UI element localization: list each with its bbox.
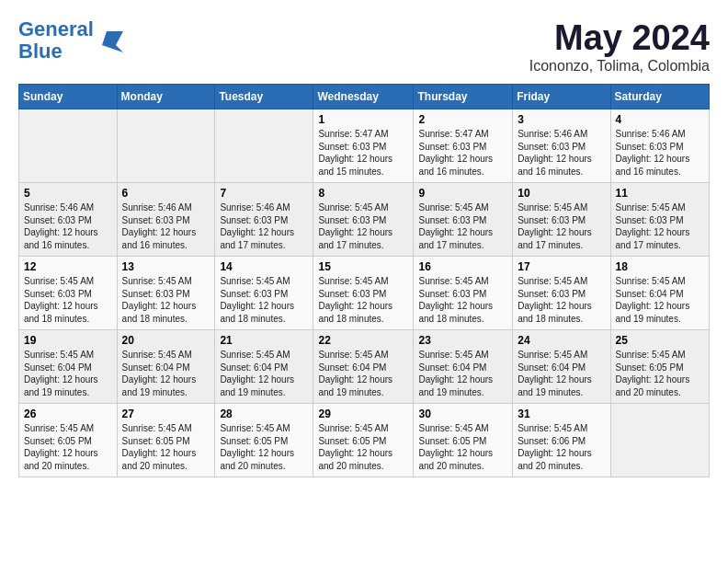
- day-info: Sunrise: 5:45 AM Sunset: 6:03 PM Dayligh…: [616, 201, 704, 251]
- calendar-cell: 5Sunrise: 5:46 AM Sunset: 6:03 PM Daylig…: [19, 183, 118, 257]
- day-number: 29: [318, 408, 408, 420]
- day-number: 11: [616, 187, 704, 200]
- day-number: 18: [616, 260, 704, 273]
- day-number: 3: [518, 113, 605, 126]
- calendar-cell: 22Sunrise: 5:45 AM Sunset: 6:04 PM Dayli…: [313, 330, 414, 404]
- day-info: Sunrise: 5:45 AM Sunset: 6:04 PM Dayligh…: [24, 349, 112, 398]
- calendar-cell: [19, 109, 118, 183]
- day-info: Sunrise: 5:45 AM Sunset: 6:04 PM Dayligh…: [122, 349, 210, 398]
- calendar-cell: 18Sunrise: 5:45 AM Sunset: 6:04 PM Dayli…: [610, 257, 709, 330]
- day-info: Sunrise: 5:45 AM Sunset: 6:05 PM Dayligh…: [418, 422, 507, 472]
- day-number: 19: [24, 334, 112, 347]
- day-info: Sunrise: 5:47 AM Sunset: 6:03 PM Dayligh…: [418, 128, 507, 178]
- day-info: Sunrise: 5:45 AM Sunset: 6:03 PM Dayligh…: [24, 275, 112, 325]
- day-number: 30: [418, 408, 507, 420]
- month-title: May 2024: [529, 18, 710, 58]
- col-header-sunday: Sunday: [19, 85, 118, 109]
- calendar-cell: 27Sunrise: 5:45 AM Sunset: 6:05 PM Dayli…: [117, 404, 215, 477]
- day-info: Sunrise: 5:45 AM Sunset: 6:04 PM Dayligh…: [318, 349, 408, 398]
- day-number: 22: [318, 334, 408, 347]
- calendar-cell: 6Sunrise: 5:46 AM Sunset: 6:03 PM Daylig…: [117, 183, 215, 257]
- calendar-cell: 9Sunrise: 5:45 AM Sunset: 6:03 PM Daylig…: [414, 183, 513, 257]
- day-info: Sunrise: 5:47 AM Sunset: 6:03 PM Dayligh…: [318, 128, 408, 178]
- day-number: 25: [616, 334, 704, 347]
- day-number: 27: [122, 408, 210, 420]
- day-info: Sunrise: 5:45 AM Sunset: 6:05 PM Dayligh…: [220, 422, 308, 472]
- day-info: Sunrise: 5:45 AM Sunset: 6:03 PM Dayligh…: [220, 275, 308, 325]
- day-info: Sunrise: 5:45 AM Sunset: 6:05 PM Dayligh…: [318, 422, 408, 472]
- day-info: Sunrise: 5:45 AM Sunset: 6:04 PM Dayligh…: [616, 275, 704, 325]
- day-info: Sunrise: 5:45 AM Sunset: 6:05 PM Dayligh…: [122, 422, 210, 472]
- day-number: 2: [418, 113, 507, 126]
- day-number: 16: [418, 260, 507, 273]
- calendar-cell: 8Sunrise: 5:45 AM Sunset: 6:03 PM Daylig…: [313, 183, 414, 257]
- day-info: Sunrise: 5:45 AM Sunset: 6:04 PM Dayligh…: [418, 349, 507, 398]
- calendar-cell: 26Sunrise: 5:45 AM Sunset: 6:05 PM Dayli…: [19, 404, 118, 477]
- day-info: Sunrise: 5:45 AM Sunset: 6:03 PM Dayligh…: [418, 201, 507, 251]
- col-header-thursday: Thursday: [414, 85, 513, 109]
- calendar-cell: [215, 109, 313, 183]
- day-info: Sunrise: 5:46 AM Sunset: 6:03 PM Dayligh…: [24, 201, 112, 251]
- calendar-cell: 13Sunrise: 5:45 AM Sunset: 6:03 PM Dayli…: [117, 257, 215, 330]
- day-info: Sunrise: 5:45 AM Sunset: 6:05 PM Dayligh…: [24, 422, 112, 472]
- day-info: Sunrise: 5:46 AM Sunset: 6:03 PM Dayligh…: [518, 128, 605, 178]
- calendar-cell: 31Sunrise: 5:45 AM Sunset: 6:06 PM Dayli…: [513, 404, 610, 477]
- col-header-tuesday: Tuesday: [215, 85, 313, 109]
- day-number: 10: [518, 187, 605, 200]
- col-header-saturday: Saturday: [610, 85, 709, 109]
- calendar-cell: 10Sunrise: 5:45 AM Sunset: 6:03 PM Dayli…: [513, 183, 610, 257]
- calendar-cell: 29Sunrise: 5:45 AM Sunset: 6:05 PM Dayli…: [313, 404, 414, 477]
- calendar-cell: 25Sunrise: 5:45 AM Sunset: 6:05 PM Dayli…: [610, 330, 709, 404]
- day-number: 24: [518, 334, 605, 347]
- calendar-cell: 21Sunrise: 5:45 AM Sunset: 6:04 PM Dayli…: [215, 330, 313, 404]
- calendar-cell: 24Sunrise: 5:45 AM Sunset: 6:04 PM Dayli…: [513, 330, 610, 404]
- day-number: 4: [616, 113, 704, 126]
- calendar-cell: 1Sunrise: 5:47 AM Sunset: 6:03 PM Daylig…: [313, 109, 414, 183]
- day-info: Sunrise: 5:45 AM Sunset: 6:06 PM Dayligh…: [518, 422, 605, 472]
- day-number: 6: [122, 187, 210, 200]
- day-info: Sunrise: 5:45 AM Sunset: 6:03 PM Dayligh…: [518, 201, 605, 251]
- day-info: Sunrise: 5:46 AM Sunset: 6:03 PM Dayligh…: [122, 201, 210, 251]
- day-number: 1: [318, 113, 408, 126]
- day-info: Sunrise: 5:45 AM Sunset: 6:03 PM Dayligh…: [418, 275, 507, 325]
- calendar-cell: 12Sunrise: 5:45 AM Sunset: 6:03 PM Dayli…: [19, 257, 118, 330]
- day-info: Sunrise: 5:45 AM Sunset: 6:04 PM Dayligh…: [518, 349, 605, 398]
- day-info: Sunrise: 5:45 AM Sunset: 6:04 PM Dayligh…: [220, 349, 308, 398]
- page-header: GeneralBlue May 2024 Icononzo, Tolima, C…: [18, 18, 710, 75]
- day-number: 17: [518, 260, 605, 273]
- calendar-cell: 20Sunrise: 5:45 AM Sunset: 6:04 PM Dayli…: [117, 330, 215, 404]
- day-number: 15: [318, 260, 408, 273]
- calendar-cell: 15Sunrise: 5:45 AM Sunset: 6:03 PM Dayli…: [313, 257, 414, 330]
- svg-marker-0: [102, 31, 123, 52]
- day-info: Sunrise: 5:46 AM Sunset: 6:03 PM Dayligh…: [616, 128, 704, 178]
- logo: GeneralBlue: [18, 18, 125, 63]
- day-number: 12: [24, 260, 112, 273]
- calendar-cell: 14Sunrise: 5:45 AM Sunset: 6:03 PM Dayli…: [215, 257, 313, 330]
- title-area: May 2024 Icononzo, Tolima, Colombia: [529, 18, 710, 75]
- calendar-cell: 17Sunrise: 5:45 AM Sunset: 6:03 PM Dayli…: [513, 257, 610, 330]
- day-number: 20: [122, 334, 210, 347]
- day-number: 7: [220, 187, 308, 200]
- col-header-friday: Friday: [513, 85, 610, 109]
- col-header-wednesday: Wednesday: [313, 85, 414, 109]
- logo-icon: [97, 27, 125, 54]
- calendar-cell: 23Sunrise: 5:45 AM Sunset: 6:04 PM Dayli…: [414, 330, 513, 404]
- calendar-cell: 16Sunrise: 5:45 AM Sunset: 6:03 PM Dayli…: [414, 257, 513, 330]
- calendar-cell: 11Sunrise: 5:45 AM Sunset: 6:03 PM Dayli…: [610, 183, 709, 257]
- day-info: Sunrise: 5:45 AM Sunset: 6:05 PM Dayligh…: [616, 349, 704, 398]
- day-info: Sunrise: 5:45 AM Sunset: 6:03 PM Dayligh…: [518, 275, 605, 325]
- day-number: 28: [220, 408, 308, 420]
- day-number: 9: [418, 187, 507, 200]
- day-number: 26: [24, 408, 112, 420]
- calendar-cell: 7Sunrise: 5:46 AM Sunset: 6:03 PM Daylig…: [215, 183, 313, 257]
- calendar-cell: [610, 404, 709, 477]
- location-title: Icononzo, Tolima, Colombia: [529, 58, 710, 75]
- day-number: 21: [220, 334, 308, 347]
- day-number: 31: [518, 408, 605, 420]
- calendar-cell: 2Sunrise: 5:47 AM Sunset: 6:03 PM Daylig…: [414, 109, 513, 183]
- logo-text: GeneralBlue: [18, 18, 94, 63]
- day-info: Sunrise: 5:45 AM Sunset: 6:03 PM Dayligh…: [318, 201, 408, 251]
- day-number: 5: [24, 187, 112, 200]
- day-info: Sunrise: 5:45 AM Sunset: 6:03 PM Dayligh…: [318, 275, 408, 325]
- calendar-cell: 3Sunrise: 5:46 AM Sunset: 6:03 PM Daylig…: [513, 109, 610, 183]
